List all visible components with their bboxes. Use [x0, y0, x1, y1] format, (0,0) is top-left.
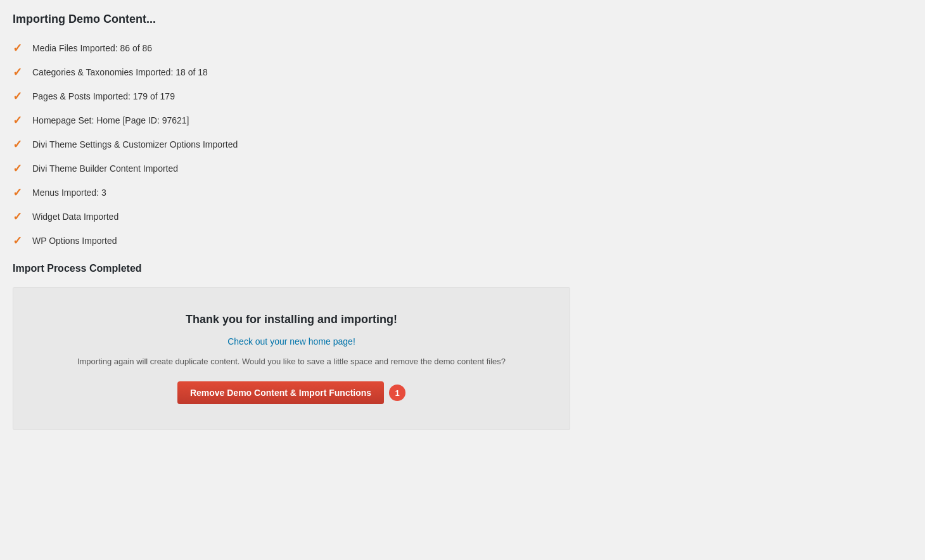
- check-icon: ✓: [13, 210, 22, 224]
- import-item-menus-imported: ✓Menus Imported: 3: [13, 186, 912, 200]
- import-item-text: Widget Data Imported: [32, 212, 118, 222]
- check-icon: ✓: [13, 89, 22, 103]
- remove-demo-button[interactable]: Remove Demo Content & Import Functions: [177, 381, 384, 404]
- check-icon: ✓: [13, 186, 22, 200]
- import-item-text: Homepage Set: Home [Page ID: 97621]: [32, 115, 189, 125]
- completion-box: Thank you for installing and importing! …: [13, 287, 570, 430]
- check-icon: ✓: [13, 41, 22, 55]
- check-icon: ✓: [13, 162, 22, 175]
- import-list: ✓Media Files Imported: 86 of 86✓Categori…: [13, 41, 912, 248]
- check-icon: ✓: [13, 234, 22, 248]
- home-page-link[interactable]: Check out your new home page!: [26, 336, 557, 347]
- import-item-text: Divi Theme Settings & Customizer Options…: [32, 139, 238, 150]
- check-icon: ✓: [13, 113, 22, 127]
- page-title: Importing Demo Content...: [13, 13, 912, 26]
- import-item-text: WP Options Imported: [32, 236, 117, 246]
- import-item-pages-posts: ✓Pages & Posts Imported: 179 of 179: [13, 89, 912, 103]
- import-item-homepage-set: ✓Homepage Set: Home [Page ID: 97621]: [13, 113, 912, 127]
- import-item-widget-data: ✓Widget Data Imported: [13, 210, 912, 224]
- import-item-text: Pages & Posts Imported: 179 of 179: [32, 91, 175, 101]
- import-item-categories-taxonomies: ✓Categories & Taxonomies Imported: 18 of…: [13, 65, 912, 79]
- check-icon: ✓: [13, 65, 22, 79]
- thank-you-text: Thank you for installing and importing!: [26, 313, 557, 326]
- button-container: Remove Demo Content & Import Functions 1: [26, 381, 557, 404]
- import-item-divi-theme-settings: ✓Divi Theme Settings & Customizer Option…: [13, 137, 912, 151]
- import-item-wp-options: ✓WP Options Imported: [13, 234, 912, 248]
- warning-text: Importing again will create duplicate co…: [26, 357, 557, 366]
- import-item-text: Menus Imported: 3: [32, 188, 106, 198]
- section-title: Import Process Completed: [13, 263, 912, 274]
- check-icon: ✓: [13, 137, 22, 151]
- import-item-media-files: ✓Media Files Imported: 86 of 86: [13, 41, 912, 55]
- import-item-text: Categories & Taxonomies Imported: 18 of …: [32, 67, 208, 77]
- badge-number: 1: [389, 385, 405, 401]
- import-item-text: Media Files Imported: 86 of 86: [32, 43, 152, 53]
- import-item-text: Divi Theme Builder Content Imported: [32, 163, 178, 174]
- import-item-divi-theme-builder: ✓Divi Theme Builder Content Imported: [13, 162, 912, 175]
